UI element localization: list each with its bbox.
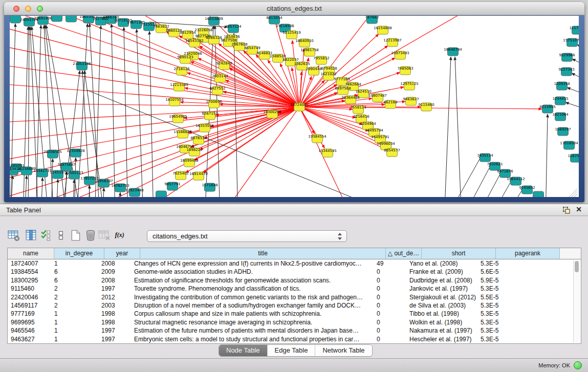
graph-edge	[455, 57, 462, 197]
graph-node-label: 8186328	[206, 36, 222, 40]
table-row[interactable]: 946362711997Embryonic stem cells: a mode…	[8, 335, 581, 343]
cell-pagerank: 5.5E-5	[477, 293, 538, 301]
graph-edge	[292, 40, 299, 107]
table-source-combobox[interactable]: citations_edges.txt	[147, 230, 347, 242]
cell-outde: 49	[374, 259, 406, 268]
graph-edge	[565, 102, 579, 110]
graph-node-label: 7632621	[487, 162, 503, 166]
cell-name: 18724007	[8, 259, 51, 268]
column-header-filler	[560, 248, 581, 259]
graph-node-label: 1624510	[355, 90, 371, 94]
tab-network-table[interactable]: Network Table	[315, 345, 372, 356]
cell-indegree: 1	[51, 335, 98, 343]
graph-node-label: 7955812	[313, 56, 329, 60]
graph-edge	[487, 179, 512, 197]
graph-node-label: 10654112	[507, 177, 525, 181]
cell-year: 1998	[98, 310, 131, 318]
table-header-row: namein_degreeyeartitle△ out_de…shortpage…	[8, 248, 581, 259]
table-row[interactable]: 911546021997Tourette syndrome. Phenomeno…	[8, 285, 581, 293]
tab-node-table[interactable]: Node Table	[219, 345, 268, 356]
column-header-name[interactable]: name	[8, 248, 54, 259]
table-row[interactable]: 969969511998Structural magnetic resonanc…	[8, 318, 581, 326]
scrollbar-thumb[interactable]	[575, 261, 579, 272]
graph-node-label: 3216416	[353, 115, 369, 119]
cell-title: Changes of HCN gene expression and I(f) …	[131, 259, 374, 268]
window-titlebar[interactable]: citations_edges.txt	[4, 2, 584, 15]
graph-node-label: 8427552	[209, 86, 225, 91]
graph-node-label: 2803144	[212, 74, 228, 78]
table-row[interactable]: 1456911722003Disruption of a novel membe…	[8, 301, 581, 310]
table-row[interactable]: 977716911998Corpus callosum shape and si…	[8, 310, 581, 318]
delete-column-button[interactable]	[84, 229, 97, 242]
column-header-year[interactable]: year	[104, 248, 140, 259]
cell-short: Dudbridge et al. (2008)	[406, 276, 477, 285]
graph-node-label: 8454749	[244, 46, 260, 50]
graph-edge	[149, 31, 154, 197]
column-header-indegree[interactable]: in_degree	[54, 248, 104, 259]
table-row[interactable]: 2242004622012Investigating the contribut…	[8, 293, 581, 301]
table-row[interactable]: 1830029562008Estimation of significance …	[8, 276, 581, 285]
graph-edge	[234, 33, 238, 197]
row-selection-button[interactable]	[40, 229, 53, 242]
graph-node-label: 16543382	[185, 39, 204, 43]
graph-node[interactable]	[52, 16, 62, 21]
table-rows-button[interactable]	[54, 229, 68, 242]
graph-node[interactable]	[156, 191, 167, 197]
cell-short: Wolkin et al. (1998)	[406, 318, 477, 326]
citation-network-graph[interactable]: 2405572420691406106535271527602846616010…	[10, 16, 579, 197]
new-column-button[interactable]	[69, 229, 82, 242]
graph-node-label: 19654985	[169, 115, 187, 119]
canvas-resize-grip[interactable]	[574, 194, 577, 197]
table-row[interactable]: 1872400712008Changes of HCN gene express…	[8, 259, 581, 268]
table-row[interactable]: 946554611997Estimation of the future num…	[8, 326, 581, 335]
graph-node-label: 12923448	[125, 188, 144, 192]
graph-edge	[10, 16, 299, 107]
cell-year: 2009	[98, 268, 131, 276]
canvas-resize-grip[interactable]	[572, 191, 577, 197]
window-title: citations_edges.txt	[4, 5, 584, 12]
network-canvas[interactable]: 2405572420691406106535271527602846616010…	[10, 16, 579, 197]
table-row[interactable]: 1938455462009Genome-wide association stu…	[8, 268, 581, 276]
close-panel-icon[interactable]: ✕	[576, 205, 582, 213]
graph-node-label: 16648784	[444, 48, 462, 52]
float-panel-icon[interactable]	[562, 206, 571, 214]
graph-edge	[102, 188, 104, 197]
graph-node[interactable]	[10, 16, 21, 23]
cell-indegree: 1	[51, 318, 98, 326]
graph-node-label: 1990448	[306, 67, 321, 71]
delete-table-button[interactable]	[98, 229, 111, 242]
graph-node[interactable]	[533, 191, 544, 197]
graph-node-label: 18107554	[165, 98, 184, 102]
column-header-outde[interactable]: △ out_de…	[386, 248, 422, 259]
column-header-title[interactable]: title	[140, 248, 386, 259]
cell-name: 9777169	[8, 310, 51, 318]
graph-node-label: 16961758	[300, 48, 319, 52]
graph-node-label: 21053346	[73, 62, 91, 66]
graph-node-label: 15344545	[318, 149, 337, 153]
cell-short: Nakamura et al. (1997)	[406, 326, 477, 335]
tab-edge-table[interactable]: Edge Table	[268, 345, 316, 356]
table-scrollbar[interactable]	[573, 260, 580, 343]
table-options-button[interactable]	[7, 229, 20, 242]
graph-edge	[299, 16, 502, 107]
column-visibility-button[interactable]	[25, 229, 38, 242]
cell-year: 2008	[98, 276, 131, 285]
graph-node-label: 8878334	[190, 136, 207, 140]
cell-year: 1997	[98, 326, 131, 335]
column-header-pagerank[interactable]: pagerank	[496, 248, 560, 259]
graph-node-label: 9115460	[418, 103, 434, 107]
cell-name: 9699695	[8, 318, 51, 326]
graph-node-label: 9463627	[403, 97, 419, 101]
graph-edge	[95, 26, 101, 197]
graph-node-label: 8471676	[497, 169, 513, 173]
cell-name: 9463627	[8, 335, 51, 343]
cell-title: Structural magnetic resonance image aver…	[131, 318, 374, 326]
column-header-short[interactable]: short	[422, 248, 496, 259]
graph-node[interactable]	[66, 16, 77, 22]
graph-node-label: 20206505	[43, 150, 62, 154]
cell-year: 2012	[98, 293, 131, 301]
graph-node-label: 187682	[365, 16, 379, 19]
function-builder-button[interactable]: f(x)	[114, 229, 127, 242]
cell-year: 2003	[98, 301, 131, 310]
graph-edge	[572, 59, 579, 67]
